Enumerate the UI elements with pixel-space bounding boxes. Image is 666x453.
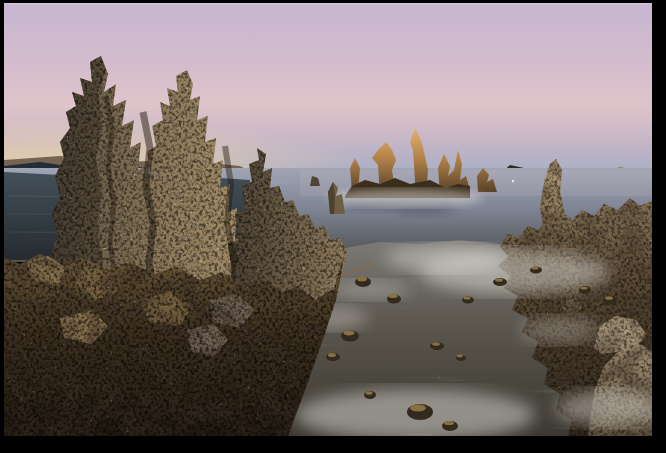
cluster-reflection-2	[395, 208, 455, 218]
mist-wisp	[555, 390, 665, 426]
rock	[442, 421, 458, 431]
framed-photograph	[0, 0, 666, 453]
rock	[493, 278, 507, 286]
rock	[579, 286, 591, 294]
rock	[430, 342, 444, 350]
distant-highlight	[512, 180, 514, 182]
mist-wisp	[520, 316, 600, 344]
mist-wisp	[385, 244, 505, 272]
frame-hairline	[4, 3, 652, 4]
rock	[603, 296, 617, 305]
rock	[341, 331, 359, 342]
cluster-mist	[327, 189, 483, 207]
photo-canvas	[0, 0, 666, 453]
rock	[364, 391, 376, 399]
photo-content	[0, 3, 665, 441]
rock	[407, 404, 433, 420]
rock	[326, 353, 340, 361]
